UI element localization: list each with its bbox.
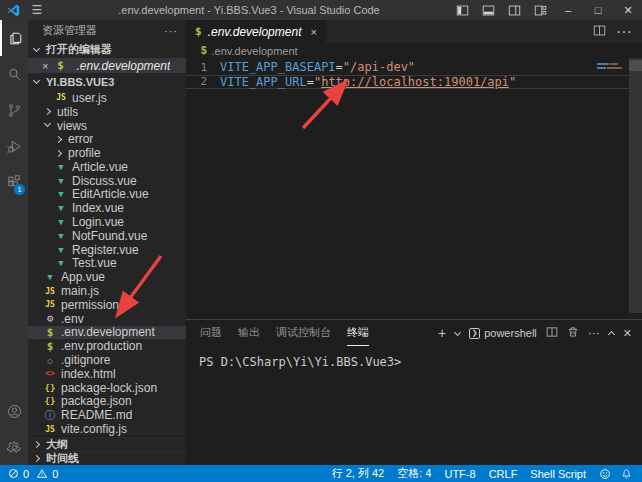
new-terminal-icon[interactable]: + [438, 325, 446, 341]
minimap[interactable] [597, 63, 625, 71]
line-number: 1 [186, 61, 220, 74]
status-indentation[interactable]: 空格: 4 [397, 466, 431, 481]
maximize-panel-icon[interactable] [608, 331, 615, 338]
editor-more-actions-icon[interactable]: ··· [616, 23, 632, 41]
panel-tab-output[interactable]: 输出 [238, 320, 260, 346]
status-cursor-position[interactable]: 行 2, 列 42 [332, 466, 385, 481]
extensions-icon[interactable]: 1 [0, 164, 28, 200]
explorer-icon[interactable] [0, 20, 28, 56]
chevron-right-icon [33, 441, 40, 448]
tab-env-development[interactable]: $ .env.development × [186, 20, 326, 43]
tree-item[interactable]: ▼App.vue [28, 270, 186, 284]
split-editor-icon[interactable] [593, 23, 606, 41]
tab-close-icon[interactable]: × [310, 26, 316, 38]
tree-item[interactable]: ⓘREADME.md [28, 408, 186, 422]
code-editor[interactable]: 1 VITE_APP_BASEAPI="/api-dev" 2 VITE_APP… [186, 58, 642, 319]
toggle-sidebar-icon[interactable] [450, 0, 474, 20]
tree-item[interactable]: ▼NotFound.vue [28, 229, 186, 243]
tree-item[interactable]: ▼Article.vue [28, 160, 186, 174]
file-name: Login.vue [72, 215, 124, 229]
tree-item[interactable]: JSmain.js [28, 284, 186, 298]
vue-file-icon: ▼ [54, 245, 68, 255]
tree-item[interactable]: ▼Discuss.vue [28, 174, 186, 188]
account-icon[interactable] [0, 393, 28, 429]
open-editor-item[interactable]: × $ .env.development [28, 58, 186, 73]
status-eol[interactable]: CRLF [489, 468, 518, 480]
vscode-logo-icon [0, 4, 26, 17]
close-editor-icon[interactable]: × [42, 60, 48, 72]
tree-item[interactable]: {}package-lock.json [28, 381, 186, 395]
tree-item[interactable]: <>index.html [28, 367, 186, 381]
run-debug-icon[interactable] [0, 128, 28, 164]
kill-terminal-icon[interactable] [567, 326, 579, 341]
tree-item[interactable]: ▼Login.vue [28, 215, 186, 229]
terminal-dropdown-icon[interactable] [454, 328, 461, 335]
sidebar-more-icon[interactable]: ··· [164, 25, 178, 37]
tree-item[interactable]: ▼Index.vue [28, 201, 186, 215]
file-name: package.json [61, 394, 132, 408]
json-file-icon: {} [43, 396, 57, 406]
notifications-bell-icon[interactable] [621, 468, 632, 480]
tree-item[interactable]: ⚙.env [28, 312, 186, 326]
tree-item[interactable]: views [28, 119, 186, 133]
tab-label: .env.development [208, 25, 302, 39]
file-name: utils [57, 105, 78, 119]
editor-scrollbar[interactable] [629, 58, 642, 313]
tree-item[interactable]: ▼Test.vue [28, 257, 186, 271]
tree-item[interactable]: {}package.json [28, 395, 186, 409]
file-name: user.js [72, 91, 107, 105]
close-panel-icon[interactable]: ✕ [623, 327, 632, 340]
timeline-section[interactable]: 时间线 [28, 451, 186, 465]
feedback-smiley-icon[interactable] [599, 468, 611, 480]
vue-file-icon: ▼ [54, 217, 68, 227]
tree-item[interactable]: $.env.development [28, 326, 186, 340]
tree-item[interactable]: JSvite.config.js [28, 422, 186, 436]
status-language-mode[interactable]: Shell Script [530, 468, 586, 480]
customize-layout-icon[interactable] [528, 0, 552, 20]
problems-status[interactable]: 0 0 [8, 468, 58, 480]
split-terminal-icon[interactable] [546, 326, 558, 341]
outline-section[interactable]: 大纲 [28, 437, 186, 451]
tree-item[interactable]: ▼EditArticle.vue [28, 188, 186, 202]
menu-icon[interactable]: ☰ [26, 3, 48, 17]
file-name: vite.config.js [61, 422, 127, 436]
file-name: Article.vue [72, 160, 128, 174]
explorer-sidebar: 资源管理器 ··· 打开的编辑器 × $ .env.development YI… [28, 20, 186, 465]
terminal-prompt: PS D:\CSharp\Yi\Yi.BBS.Vue3> [199, 355, 401, 369]
toggle-secondary-sidebar-icon[interactable] [502, 0, 526, 20]
tree-item[interactable]: JSpermission.js [28, 298, 186, 312]
tree-item[interactable]: JSuser.js [28, 91, 186, 105]
tree-item[interactable]: profile [28, 146, 186, 160]
file-name: profile [68, 146, 101, 160]
source-control-icon[interactable] [0, 92, 28, 128]
tree-item[interactable]: $.env.production [28, 339, 186, 353]
maximize-button[interactable]: □ [584, 0, 612, 20]
tree-item[interactable]: ▼Register.vue [28, 243, 186, 257]
file-name: package-lock.json [61, 381, 157, 395]
terminal-output[interactable]: PS D:\CSharp\Yi\Yi.BBS.Vue3> [186, 346, 642, 369]
panel-tab-debug-console[interactable]: 调试控制台 [276, 320, 331, 346]
project-root-folder[interactable]: YI.BBS.VUE3 [28, 73, 186, 90]
extensions-badge: 1 [14, 184, 25, 195]
chevron-right-icon [44, 108, 51, 115]
panel-tab-problems[interactable]: 问题 [200, 320, 222, 346]
status-encoding[interactable]: UTF-8 [444, 468, 475, 480]
minimize-button[interactable]: – [554, 0, 582, 20]
settings-gear-icon[interactable] [0, 429, 28, 465]
close-button[interactable]: ✕ [614, 0, 642, 20]
tree-item[interactable]: utils [28, 105, 186, 119]
panel-tab-terminal[interactable]: 终端 [347, 320, 369, 346]
search-icon[interactable] [0, 56, 28, 92]
vue-file-icon: ▼ [54, 231, 68, 241]
tree-item[interactable]: error [28, 132, 186, 146]
open-editors-section[interactable]: 打开的编辑器 [28, 41, 186, 58]
terminal-profile[interactable]: ❯ powershell [469, 327, 537, 339]
url-link[interactable]: http://localhost:19001/api [321, 75, 509, 89]
tree-item[interactable]: ◇.gitignore [28, 353, 186, 367]
panel-more-actions-icon[interactable]: ··· [588, 326, 600, 340]
sidebar-title: 资源管理器 [42, 23, 97, 38]
file-name: .env [61, 312, 84, 326]
breadcrumb[interactable]: $ .env.development [186, 43, 642, 58]
warnings-icon [36, 468, 48, 479]
toggle-panel-icon[interactable] [476, 0, 500, 20]
